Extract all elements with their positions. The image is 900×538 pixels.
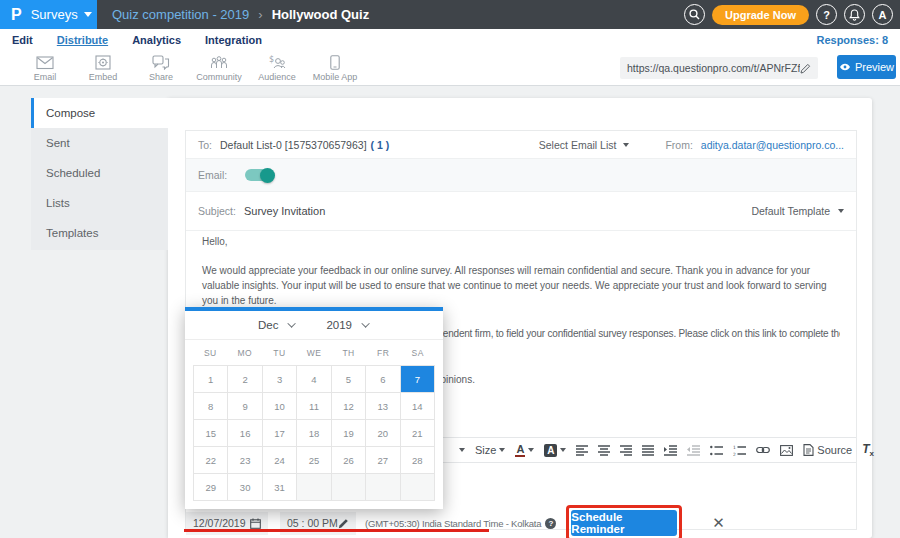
calendar-day[interactable]: 18 — [297, 420, 331, 447]
email-toggle[interactable] — [245, 169, 274, 181]
sidebar-item-templates[interactable]: Templates — [31, 218, 168, 248]
insert-image-button[interactable] — [780, 445, 793, 456]
font-size-dropdown[interactable]: Size — [475, 444, 505, 456]
from-email[interactable]: aditya.datar@questionpro.co... — [701, 139, 844, 151]
search-icon — [689, 9, 700, 20]
subject-input[interactable]: Survey Invitation — [244, 205, 325, 217]
notifications-button[interactable] — [844, 4, 865, 25]
survey-url-field[interactable]: https://qa.questionpro.com/t/APNrFZf29 — [620, 57, 818, 79]
calendar-day[interactable]: 14 — [401, 393, 435, 420]
calendar-day[interactable]: 9 — [228, 393, 262, 420]
calendar-day[interactable]: 8 — [194, 393, 228, 420]
template-dropdown[interactable]: Default Template — [751, 205, 844, 217]
calendar-empty-cell — [297, 474, 331, 501]
calendar-day[interactable]: 27 — [366, 447, 400, 474]
nav-tab-distribute[interactable]: Distribute — [57, 34, 108, 46]
year-select[interactable]: 2019 — [326, 319, 370, 331]
align-center-button[interactable] — [598, 445, 610, 456]
calendar-day[interactable]: 12 — [332, 393, 366, 420]
align-left-button[interactable] — [576, 445, 588, 456]
community-icon — [210, 55, 228, 70]
calendar-empty-cell — [366, 474, 400, 501]
insert-link-button[interactable] — [756, 446, 770, 454]
calendar-day[interactable]: 13 — [366, 393, 400, 420]
calendar-day[interactable]: 6 — [366, 366, 400, 393]
nav-tab-integration[interactable]: Integration — [205, 34, 262, 46]
background-color-button[interactable]: A — [544, 444, 566, 457]
calendar-day[interactable]: 19 — [332, 420, 366, 447]
timezone-help-icon[interactable]: ? — [545, 518, 556, 529]
numbered-list-button[interactable]: 12 — [733, 445, 746, 456]
sidebar-item-sent[interactable]: Sent — [31, 128, 168, 158]
calendar-day[interactable]: 26 — [332, 447, 366, 474]
close-schedule-icon[interactable]: ✕ — [712, 514, 725, 532]
subject-row: Subject: Survey Invitation Default Templ… — [186, 192, 856, 231]
select-email-list-dropdown[interactable]: Select Email List — [539, 139, 630, 151]
calendar-day[interactable]: 29 — [194, 474, 228, 501]
calendar-day[interactable]: 5 — [332, 366, 366, 393]
schedule-controls: 12/07/2019 05 : 00 PM (GMT+05:30) India … — [186, 505, 725, 538]
breadcrumb-survey-name[interactable]: Hollywood Quiz — [272, 7, 370, 22]
account-avatar[interactable]: A — [872, 4, 893, 25]
calendar-day[interactable]: 1 — [194, 366, 228, 393]
schedule-reminder-button[interactable]: Schedule Reminder — [571, 510, 677, 536]
breadcrumb-survey-folder[interactable]: Quiz competition - 2019 — [112, 7, 249, 22]
help-button[interactable]: ? — [816, 4, 837, 25]
calendar-day[interactable]: 23 — [228, 447, 262, 474]
product-label: Surveys — [31, 7, 78, 22]
nav-tab-edit[interactable]: Edit — [12, 34, 33, 46]
calendar-day[interactable]: 25 — [297, 447, 331, 474]
month-select[interactable]: Dec — [258, 319, 296, 331]
indent-decrease-button[interactable] — [687, 445, 700, 456]
calendar-day[interactable]: 28 — [401, 447, 435, 474]
sidebar-item-compose[interactable]: Compose — [31, 98, 168, 128]
bulleted-list-button[interactable] — [710, 445, 723, 456]
calendar-day[interactable]: 10 — [263, 393, 297, 420]
calendar-day[interactable]: 2 — [228, 366, 262, 393]
edit-url-icon[interactable] — [800, 63, 811, 74]
channel-community[interactable]: Community — [190, 51, 248, 85]
calendar-day[interactable]: 21 — [401, 420, 435, 447]
calendar-day[interactable]: 16 — [228, 420, 262, 447]
upgrade-now-button[interactable]: Upgrade Now — [712, 5, 809, 25]
weekday-label: TH — [331, 348, 366, 358]
calendar-day[interactable]: 22 — [194, 447, 228, 474]
calendar-day[interactable]: 3 — [263, 366, 297, 393]
calendar-day[interactable]: 4 — [297, 366, 331, 393]
channel-share[interactable]: Share — [132, 51, 190, 85]
text-color-button[interactable]: A — [515, 444, 534, 457]
align-right-button[interactable] — [620, 445, 632, 456]
sidebar-item-lists[interactable]: Lists — [31, 188, 168, 218]
timezone-label: (GMT+05:30) India Standard Time - Kolkat… — [365, 518, 556, 529]
calendar-day[interactable]: 15 — [194, 420, 228, 447]
channel-email[interactable]: Email — [16, 51, 74, 85]
email-sidebar: Compose Sent Scheduled Lists Templates — [31, 98, 168, 250]
to-label: To: — [198, 139, 212, 151]
font-dropdown-button[interactable] — [459, 448, 465, 452]
indent-increase-button[interactable] — [664, 445, 677, 456]
surveys-menu[interactable]: P Surveys — [0, 0, 97, 29]
sidebar-item-scheduled[interactable]: Scheduled — [31, 158, 168, 188]
preview-button[interactable]: Preview — [837, 55, 896, 79]
weekday-label: TU — [262, 348, 297, 358]
calendar-day[interactable]: 11 — [297, 393, 331, 420]
source-button[interactable]: Source — [803, 444, 852, 456]
calendar-day[interactable]: 30 — [228, 474, 262, 501]
align-justify-button[interactable] — [642, 445, 654, 456]
search-button[interactable] — [684, 4, 705, 25]
nav-tab-analytics[interactable]: Analytics — [132, 34, 181, 46]
calendar-day[interactable]: 20 — [366, 420, 400, 447]
channel-embed[interactable]: Embed — [74, 51, 132, 85]
channel-audience[interactable]: $ Audience — [248, 51, 306, 85]
remove-format-button[interactable]: Tx — [862, 442, 874, 458]
responses-count[interactable]: Responses: 8 — [816, 34, 888, 46]
calendar-day[interactable]: 31 — [263, 474, 297, 501]
datepicker-grid: 1234567891011121314151617181920212223242… — [193, 365, 435, 501]
calendar-day[interactable]: 7 — [401, 366, 435, 393]
email-toggle-row: Email: — [186, 159, 856, 192]
channel-mobile-app[interactable]: Mobile App — [306, 51, 364, 85]
calendar-day[interactable]: 17 — [263, 420, 297, 447]
calendar-day[interactable]: 24 — [263, 447, 297, 474]
recipient-count[interactable]: ( 1 ) — [371, 139, 390, 151]
breadcrumb: Quiz competition - 2019 › Hollywood Quiz — [112, 7, 369, 22]
